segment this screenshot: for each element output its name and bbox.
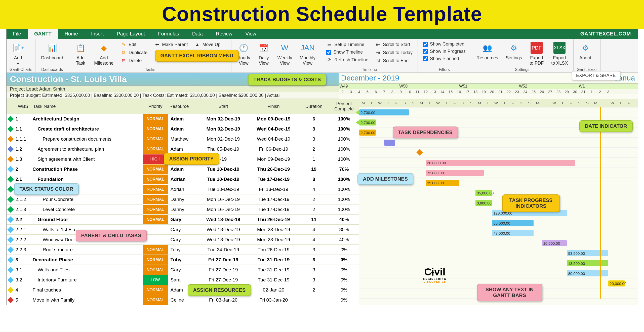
table-row[interactable]: 4 Final touches NORMAL Adam 02-Jan-20 2 … [7, 285, 359, 295]
add-button[interactable]: 📄+Add▼ [10, 41, 27, 67]
dashboard-button[interactable]: 📊Dashboard [38, 41, 66, 62]
tab-page-layout[interactable]: Page Layout [110, 29, 151, 39]
finish-cell: Tue 17-Dec-19 [249, 197, 299, 202]
scroll-today-button[interactable]: ⇥Scroll to Today [373, 49, 415, 56]
monthly-view-button[interactable]: JANMonthly View [297, 41, 318, 67]
gantt-row: 3,800.00 [359, 198, 638, 208]
duration-cell: 2 [299, 146, 329, 152]
table-row[interactable]: 2.2 Ground Floor NORMAL Gary Wed 18-Dec-… [7, 215, 359, 225]
priority-cell: NORMAL [143, 245, 168, 255]
delete-button[interactable]: ⊟Delete [118, 57, 149, 64]
scroll-start-button[interactable]: ⇤Scroll to Start [373, 41, 415, 48]
priority-cell: NORMAL [143, 114, 168, 124]
duration-cell: 6 [299, 116, 329, 122]
gantt-month: December - 2019 [339, 73, 612, 83]
add-milestone-button[interactable]: ◆Add Milestone [92, 41, 116, 67]
milestone-diamond[interactable] [416, 149, 423, 155]
duplicate-button[interactable]: ⧉Duplicate [118, 49, 149, 56]
gantt-bar[interactable]: 3,800.00 [475, 200, 492, 206]
gantt-bar[interactable]: 80,000.00 [567, 270, 608, 276]
tab-gantt[interactable]: GANTT [28, 29, 58, 39]
about-button[interactable]: ⚙About [577, 41, 594, 62]
resource-cell: Adam [168, 116, 198, 122]
tab-review[interactable]: Review [209, 29, 239, 39]
gantt-bar[interactable] [384, 140, 395, 146]
priority-cell: NORMAL [143, 144, 168, 154]
make-parent-button[interactable]: ⬅Make Parent [152, 41, 190, 48]
duration-cell: 6 [299, 257, 329, 263]
gantt-bar[interactable]: 65,000.00 [492, 220, 534, 226]
tab-insert[interactable]: Insert [85, 29, 110, 39]
finish-cell: Fri 06-Dec-19 [249, 146, 299, 152]
wbs-cell: 1.1.1 [15, 136, 32, 142]
gantt-bar[interactable]: 2,700.00 [359, 109, 409, 115]
priority-cell: NORMAL [143, 205, 168, 214]
table-row[interactable]: 2.2.2 Windows/ Door Gary Wed 18-Dec-19 M… [7, 235, 359, 245]
status-indicator [7, 166, 14, 172]
start-cell: Mon 02-Dec-19 [198, 136, 249, 142]
daily-view-button[interactable]: 📅Daily View [255, 41, 272, 67]
duration-cell: 3 [299, 136, 329, 142]
tab-formulas[interactable]: Formulas [151, 29, 185, 39]
table-header: WBS Task Name Priority Resource Start Fi… [7, 99, 359, 114]
table-row[interactable]: 2 Construction Phase NORMAL Adam Tue 10-… [7, 164, 359, 174]
gantt-row: 128,000.00 [359, 208, 638, 218]
tab-home[interactable]: Home [58, 29, 85, 39]
resource-cell: Toby [168, 247, 198, 253]
gantt-bar[interactable]: 20,000.00 [608, 280, 625, 286]
show-completed-check[interactable]: Show Completed [421, 41, 468, 48]
table-row[interactable]: 1 Architectural Design NORMAL Adam Mon 0… [7, 114, 359, 124]
wbs-cell: 3.1 [15, 267, 32, 273]
start-cell: Tue 10-Dec-19 [198, 177, 249, 182]
duration-cell: 1 [299, 156, 329, 162]
gantt-bar[interactable]: 201,800.00 [426, 160, 575, 166]
tab-file[interactable]: File [7, 29, 28, 39]
weekly-view-button[interactable]: WWeekly View [275, 41, 295, 67]
gantt-bar[interactable]: 35,000.00 [475, 190, 492, 196]
tab-view[interactable]: View [239, 29, 263, 39]
settings-button[interactable]: ⚙Settings [503, 41, 525, 62]
finish-cell: Mon 23-Dec-19 [249, 237, 299, 242]
export-pdf-button[interactable]: PDFExport to PDF [527, 41, 546, 67]
show-progress-check[interactable]: Show In Progress [421, 48, 468, 55]
percent-cell: 40% [329, 217, 359, 222]
gantt-bar[interactable]: 2,700.00 [359, 130, 376, 136]
table-row[interactable]: 1.1.1 Prepare construction documents NOR… [7, 134, 359, 144]
group-filters: Filters [421, 67, 468, 72]
gantt-bar[interactable]: 2,700.00 [359, 119, 376, 126]
priority-cell: NORMAL [143, 265, 168, 275]
show-planned-check[interactable]: Show Planned [421, 55, 468, 62]
show-timeline-check[interactable]: Show Timeline [324, 49, 370, 56]
table-row[interactable]: 2.1.2 Pour Concrete NORMAL Danny Mon 16-… [7, 194, 359, 204]
table-row[interactable]: 3.1 Walls and Tiles NORMAL Gary Fri 27-D… [7, 265, 359, 275]
gantt-bar[interactable]: 13,500.00 [567, 260, 608, 266]
add-task-button[interactable]: 📋Add Task [72, 41, 89, 67]
refresh-timeline-button[interactable]: ⟳Refresh Timeline [324, 56, 370, 64]
edit-button[interactable]: ✎Edit [118, 41, 149, 48]
move-up-button[interactable]: ▲Move Up [192, 41, 228, 48]
table-row[interactable]: 2.2.1 Walls to 1st Flo Gary Wed 18-Dec-1… [7, 225, 359, 235]
table-row[interactable]: 3 Decoration Phase NORMAL Toby Fri 27-De… [7, 255, 359, 265]
gantt-bar[interactable]: 93,500.00 [567, 250, 608, 256]
gantt-bar[interactable]: 35,000.00 [426, 180, 459, 186]
gantt-bar[interactable]: 16,000.00 [542, 240, 567, 246]
table-row[interactable]: 5 Move in with Family NORMAL Celine Fri … [7, 295, 359, 305]
setup-timeline-button[interactable]: ☰Setup Timeline [324, 41, 370, 48]
export-xlsx-button[interactable]: XLSXExport to XLSX [549, 41, 570, 67]
table-row[interactable]: 2.2.3 Roof structure NORMAL Toby Tue 24-… [7, 245, 359, 255]
table-row[interactable]: 2.1 Foundation NORMAL Adrian Tue 10-Dec-… [7, 174, 359, 184]
table-row[interactable]: 1.2 Agreement to architectural plan NORM… [7, 144, 359, 154]
scroll-end-button[interactable]: ⇲Scroll to End [373, 57, 415, 64]
percent-cell: 100% [329, 116, 359, 122]
finish-cell: Mon 09-Dec-19 [249, 116, 299, 122]
banner: Construction Schedule Template [0, 0, 644, 29]
table-row[interactable]: 1.1 Create draft of architecture NORMAL … [7, 124, 359, 134]
table-row[interactable]: 2.1.3 Level Concrete NORMAL Danny Mon 16… [7, 204, 359, 215]
tab-data[interactable]: Data [186, 29, 209, 39]
table-row[interactable]: 3.2 Interiors/ Furniture LOW Sara Fri 27… [7, 275, 359, 285]
resources-button[interactable]: 👥Resources [474, 41, 501, 62]
status-indicator [7, 116, 14, 122]
gantt-bar[interactable]: 73,800.00 [426, 170, 484, 176]
gantt-bar[interactable]: 47,000.00 [492, 230, 534, 236]
task-name-cell: Ground Floor [32, 217, 143, 222]
